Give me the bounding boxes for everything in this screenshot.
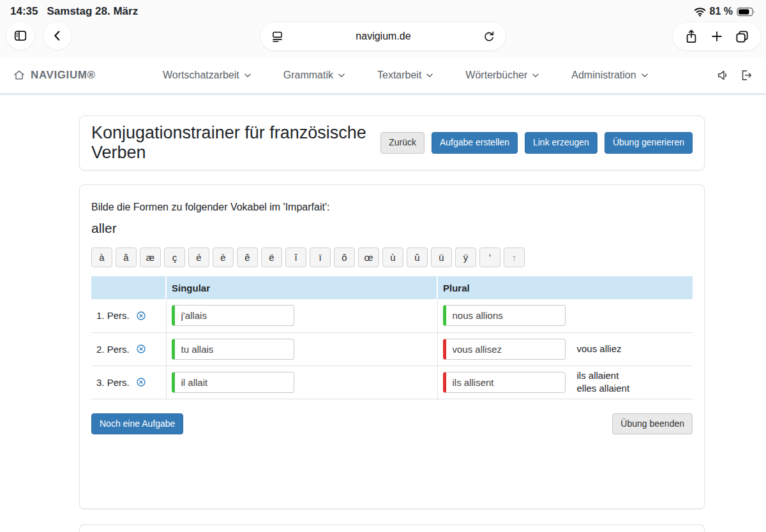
sidebar-toggle-button[interactable] (6, 22, 34, 50)
back-button[interactable] (43, 22, 71, 50)
generate-exercise-button[interactable]: Übung generieren (605, 132, 693, 154)
table-row-person2: 2. Pers. vous alliez (91, 332, 693, 366)
char-key[interactable]: ô (334, 248, 355, 267)
correction-text-line2: elles allaient (577, 382, 630, 395)
column-header-singular: Singular (166, 276, 437, 299)
chevron-down-icon (337, 71, 346, 80)
browser-toolbar: navigium.de (0, 20, 766, 57)
char-key[interactable]: ë (261, 248, 282, 267)
answer-input-3sg[interactable] (172, 372, 294, 393)
create-link-button[interactable]: Link erzeugen (525, 132, 597, 154)
status-bar: 14:35 Samstag 28. März 81 % (0, 0, 766, 20)
reload-icon[interactable] (483, 30, 495, 43)
next-task-button[interactable]: Noch eine Aufgabe (91, 413, 183, 435)
menu-label: Grammatik (283, 70, 333, 81)
battery-icon (737, 7, 756, 17)
end-exercise-button[interactable]: Übung beenden (612, 413, 693, 435)
char-key[interactable]: ü (431, 248, 452, 267)
answer-input-1sg[interactable] (172, 305, 294, 326)
logout-icon[interactable] (739, 68, 753, 82)
char-key[interactable]: ï (310, 248, 331, 267)
correction-text-line1: ils allaient (577, 369, 630, 382)
answer-input-2sg[interactable] (172, 339, 294, 360)
menu-label: Textarbeit (377, 70, 421, 81)
circle-x-icon[interactable] (136, 311, 146, 321)
home-brand-link[interactable]: NAVIGIUM® (13, 69, 96, 82)
person-label: 3. Pers. (96, 377, 130, 388)
chevron-down-icon (640, 71, 649, 80)
answer-input-2pl[interactable] (443, 339, 566, 360)
chevron-down-icon (531, 71, 540, 80)
vocab-word: aller (91, 221, 693, 236)
exercise-card: Bilde die Formen zu folgender Vokabel im… (79, 184, 705, 509)
char-key[interactable]: æ (140, 248, 161, 267)
menu-administration[interactable]: Administration (571, 70, 649, 81)
title-card: Konjugationstrainer für französische Ver… (79, 115, 705, 170)
circle-x-icon[interactable] (136, 377, 146, 387)
conjugation-table: Singular Plural 1. Pers. (91, 276, 693, 399)
menu-label: Wortschatzarbeit (163, 70, 239, 81)
date: Samstag 28. März (47, 5, 138, 18)
menu-textarbeit[interactable]: Textarbeit (377, 70, 434, 81)
person-label: 1. Pers. (96, 310, 130, 321)
answer-input-1pl[interactable] (443, 305, 566, 326)
column-header-empty (91, 276, 166, 299)
char-key[interactable]: î (285, 248, 306, 267)
toolbar-right-group (673, 22, 761, 50)
menu-label: Wörterbücher (465, 70, 527, 81)
menu-label: Administration (571, 70, 636, 81)
brand-label: NAVIGIUM® (31, 69, 96, 82)
menu-wortschatzarbeit[interactable]: Wortschatzarbeit (163, 70, 252, 81)
chevron-down-icon (243, 71, 252, 80)
table-row-person3: 3. Pers. ils allaient (91, 366, 693, 399)
tabs-icon[interactable] (735, 29, 749, 44)
shift-char-key[interactable]: ↑ (504, 248, 525, 267)
char-key[interactable]: û (407, 248, 428, 267)
home-icon (13, 69, 26, 82)
url-text: navigium.de (284, 31, 483, 42)
back-page-button[interactable]: Zurück (380, 132, 424, 154)
battery-percent: 81 % (710, 6, 733, 17)
chevron-left-icon (50, 29, 64, 43)
char-key[interactable]: ’ (479, 248, 500, 267)
sidebar-icon (13, 29, 27, 43)
table-row-person1: 1. Pers. (91, 299, 693, 332)
new-tab-icon[interactable] (710, 29, 724, 43)
char-key[interactable]: ÿ (455, 248, 476, 267)
clock: 14:35 (10, 5, 38, 18)
chevron-down-icon (425, 71, 434, 80)
page-format-icon[interactable] (271, 30, 284, 43)
speaker-icon[interactable] (716, 68, 730, 82)
char-key[interactable]: è (213, 248, 234, 267)
wifi-icon (694, 7, 706, 17)
address-bar[interactable]: navigium.de (260, 22, 506, 50)
next-card-stub (79, 524, 705, 532)
share-icon[interactable] (684, 29, 698, 44)
create-task-button[interactable]: Aufgabe erstellen (432, 132, 518, 154)
char-key[interactable]: ù (382, 248, 403, 267)
main-menu: Wortschatzarbeit Grammatik Textarbeit Wö… (96, 70, 716, 81)
answer-input-3pl[interactable] (443, 372, 566, 393)
menu-grammatik[interactable]: Grammatik (283, 70, 346, 81)
column-header-plural: Plural (437, 276, 693, 299)
circle-x-icon[interactable] (136, 344, 146, 354)
char-key[interactable]: à (91, 248, 112, 267)
char-key[interactable]: é (188, 248, 209, 267)
exercise-instruction: Bilde die Formen zu folgender Vokabel im… (91, 202, 693, 213)
char-key[interactable]: ê (237, 248, 258, 267)
char-key[interactable]: œ (358, 248, 379, 267)
char-key[interactable]: ç (164, 248, 185, 267)
site-navbar: NAVIGIUM® Wortschatzarbeit Grammatik Tex… (0, 57, 766, 95)
menu-woerterbuecher[interactable]: Wörterbücher (465, 70, 540, 81)
char-key[interactable]: â (116, 248, 137, 267)
correction-text: vous alliez (577, 343, 622, 355)
person-label: 2. Pers. (96, 344, 130, 355)
page-title: Konjugationstrainer für französische Ver… (91, 123, 380, 163)
special-char-keyboard: à â æ ç é è ê ë î ï ô œ ù û ü ÿ ’ ↑ (91, 248, 693, 267)
